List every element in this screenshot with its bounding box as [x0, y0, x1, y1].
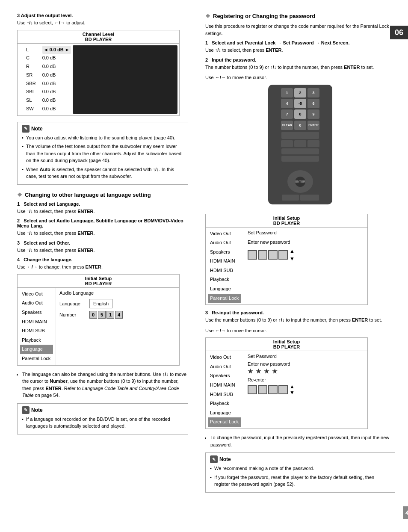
note-item-1-2: The volume of the test tones output from…	[22, 143, 183, 164]
remote-bottom-row	[282, 195, 319, 201]
remote-return	[300, 195, 319, 201]
t3-pw-box-3	[268, 385, 278, 394]
t2-enter-new-label: Enter new password	[248, 239, 290, 246]
section-password-title: ❖ Registering or Changing the password	[205, 13, 395, 19]
t2-menu-videoout: Video Out	[208, 229, 241, 239]
note-item-3-2: If you forget the password, reset the pl…	[210, 474, 390, 488]
pw-step3-heading: 3 Re-input the password.	[205, 310, 395, 315]
section-password-label: Registering or Changing the password	[213, 13, 315, 19]
note-title-2: ✎ Note	[22, 406, 183, 414]
t2-menu-hdmisub: HDMI SUB	[208, 266, 241, 275]
t3-menu-hdmimain: HDMI MAIN	[208, 381, 241, 390]
setup-table-1: Initial Setup BD PLAYER Video Out Audio …	[17, 274, 180, 366]
pw-step2-text2: Use ←/→ to move the cursor.	[205, 74, 395, 81]
lang-step3-text: Use ↑/↓ to select, then press ENTER.	[17, 247, 188, 254]
t2-pw-box-1	[248, 250, 257, 260]
number-label: Number	[59, 311, 89, 319]
t3-stars-row: ★ ★ ★ ★	[248, 368, 364, 375]
star-4: ★	[272, 368, 278, 375]
digit-1: 1	[106, 311, 114, 319]
digit-5: 5	[98, 311, 106, 319]
setup-content-label-1: Audio Language	[59, 290, 176, 296]
remote-btn-4: 4	[281, 99, 293, 108]
t3-menu-speakers: Speakers	[208, 371, 241, 381]
remote-btn-6: 6	[307, 99, 319, 108]
t3-pw-box-2	[258, 385, 267, 394]
channel-table-title2: BD PLAYER	[85, 37, 112, 42]
setup-table-1-title2: BD PLAYER	[85, 281, 112, 286]
section-badge: 06	[390, 26, 408, 39]
t2-pw-boxes-row: ▲ ▼	[248, 247, 295, 263]
setup-table-3-title1: Initial Setup	[273, 339, 300, 344]
setup-menu-hdmimain: HDMI MAIN	[20, 317, 53, 327]
note-title-3: ✎ Note	[210, 455, 390, 463]
setup-content-col-2: Set Password Enter new password ▲	[244, 228, 367, 305]
lang-step4-text: Use ←/→ to change, then press ENTER.	[17, 263, 188, 271]
note-item-1-3: When Auto is selected, the speaker canno…	[22, 166, 183, 180]
channel-table-header: Channel Level BD PLAYER	[18, 30, 179, 44]
note-title-1: ✎ Note	[22, 125, 183, 133]
setup-table-3-header: Initial Setup BD PLAYER	[206, 338, 367, 351]
pw-step1-heading: 1 Select and set Parental Lock → Set Pas…	[205, 40, 395, 45]
t2-menu-language: Language	[208, 284, 241, 294]
pw-step2-text1: The number buttons (0 to 9) or ↑/↓ to in…	[205, 64, 395, 71]
remote-misc-row2	[281, 148, 319, 154]
remote-tools	[300, 163, 319, 169]
t3-reenter-row: Re-enter ▲ ▼	[248, 377, 364, 396]
t3-pw-boxes	[248, 385, 288, 394]
remote-btn-clear: CLEAR	[281, 121, 293, 130]
t3-menu-playback: Playback	[208, 399, 241, 408]
t3-menu-audioout: Audio Out	[208, 362, 241, 372]
bullet-change-password: To change the password, input the previo…	[205, 434, 395, 448]
remote-btn-1: 1	[281, 88, 293, 98]
setup-table-2-header: Initial Setup BD PLAYER	[206, 214, 367, 228]
setup-table-1-header: Initial Setup BD PLAYER	[18, 275, 179, 288]
bullet-change-pw-item: To change the password, input the previo…	[210, 434, 395, 448]
note-box-2: ✎ Note If a language not recorded on the…	[17, 403, 188, 434]
channel-level-table: Channel Level BD PLAYER L C R SR SBR SBL…	[17, 30, 180, 116]
t3-menu-language: Language	[208, 408, 241, 418]
channel-values: ◄ 0.0 dB ► 0.0 dB 0.0 dB 0.0 dB 0.0 dB 0…	[40, 44, 71, 115]
remote-btn-8: 8	[294, 109, 306, 119]
t3-menu-videoout: Video Out	[208, 353, 241, 362]
setup-menu-playback: Playback	[20, 336, 53, 345]
t3-content-label: Set Password	[248, 354, 364, 359]
section-language-label: Changing to other language at language s…	[25, 192, 151, 198]
pw-step3-text2: Use ←/→ to move the cursor.	[205, 327, 395, 334]
t2-pw-boxes	[248, 250, 288, 260]
page-number-box: 47	[403, 506, 408, 519]
note-box-1: ✎ Note You can also adjust while listeni…	[17, 122, 188, 185]
note-icon-3: ✎	[210, 455, 218, 463]
remote-btn-2: 2	[294, 88, 306, 98]
note-label-3: Note	[219, 456, 231, 462]
page-number-label: 47	[405, 509, 408, 516]
note-item-1-1: You can also adjust while listening to t…	[22, 134, 183, 142]
t2-arrows: ▲ ▼	[290, 247, 295, 263]
remote-btn-misc	[307, 140, 319, 147]
lang-step4-heading: 4 Change the language.	[17, 257, 188, 262]
t3-menu-parentallock: Parental Lock	[208, 417, 241, 427]
lang-value: English	[89, 299, 112, 309]
step3-adjust-heading: 3 Adjust the output level.	[17, 13, 188, 18]
setup-table-2-title2: BD PLAYER	[273, 221, 300, 226]
setup-table-2-title1: Initial Setup	[273, 216, 300, 221]
remote-nav-circle: ENTER	[287, 170, 313, 193]
setup-menu-col-2: Video Out Audio Out Speakers HDMI MAIN H…	[206, 228, 244, 305]
star-2: ★	[256, 368, 261, 375]
note-icon-2: ✎	[22, 406, 30, 414]
remote-number-buttons: 1 2 3 4 -5 6 7 8 9	[281, 88, 319, 119]
t2-menu-audioout: Audio Out	[208, 238, 241, 248]
setup-table-1-title1: Initial Setup	[85, 276, 112, 281]
bullet-language: The language can also be changed using t…	[17, 371, 188, 399]
note-label-1: Note	[31, 126, 43, 132]
note-item-3-1: We recommend making a note of the passwo…	[210, 465, 390, 472]
step3-adjust-label: 3 Adjust the output level.	[17, 13, 73, 18]
t2-menu-hdmimain: HDMI MAIN	[208, 257, 241, 266]
channel-visual-image	[73, 45, 177, 114]
setup-menu-col-3: Video Out Audio Out Speakers HDMI MAIN H…	[206, 351, 244, 429]
t3-enter-new-row: Enter new password ★ ★ ★ ★	[248, 361, 364, 375]
t3-menu-hdmisub: HDMI SUB	[208, 390, 241, 399]
section-number: 06	[395, 28, 403, 37]
star-3: ★	[264, 368, 269, 375]
remote-row-arrows	[281, 140, 319, 147]
